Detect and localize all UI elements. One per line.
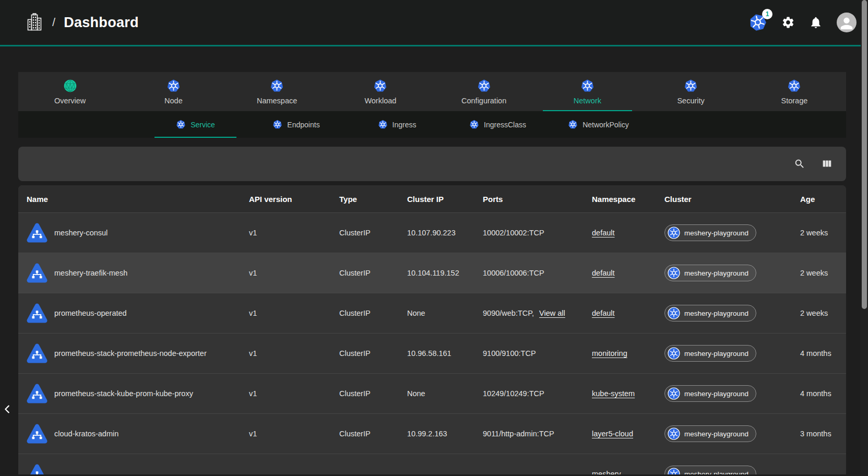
avatar[interactable] xyxy=(837,13,857,32)
network-sub-tabs: Service Endpoints Ingress IngressClass N… xyxy=(18,111,846,138)
namespace-link[interactable]: default xyxy=(592,229,615,237)
namespace-link[interactable]: default xyxy=(592,309,615,317)
age: 4 months xyxy=(800,349,846,358)
breadcrumb: / Dashboard xyxy=(25,13,139,32)
table-row[interactable]: meshery-consul v1 ClusterIP 10.107.90.22… xyxy=(18,212,846,253)
page-title: Dashboard xyxy=(64,15,139,31)
tab-configuration[interactable]: Configuration xyxy=(432,72,536,111)
namespace-link[interactable]: kube-system xyxy=(592,389,635,398)
ports: 10002/10002:TCP xyxy=(483,229,544,237)
notifications-button[interactable] xyxy=(809,16,823,29)
kubernetes-cluster-button[interactable]: 1 xyxy=(748,13,767,32)
table-row[interactable]: meshery meshery-playground xyxy=(18,454,846,474)
tab-network[interactable]: Network xyxy=(536,72,639,111)
age: 2 weeks xyxy=(800,229,846,237)
cluster-chip[interactable]: meshery-playground xyxy=(664,224,756,241)
kubernetes-icon xyxy=(378,120,388,129)
ports: 10249/10249:TCP xyxy=(483,389,544,398)
col-header-type: Type xyxy=(339,195,407,204)
ports: 9011/http-admin:TCP xyxy=(483,430,554,438)
service-icon xyxy=(27,343,47,364)
search-button[interactable] xyxy=(794,158,805,170)
tab-node[interactable]: Node xyxy=(122,72,225,111)
cluster-chip[interactable]: meshery-playground xyxy=(664,345,756,362)
col-header-age: Age xyxy=(800,195,846,204)
cluster-ip: 10.99.2.163 xyxy=(407,430,483,438)
cluster-chip[interactable]: meshery-playground xyxy=(664,425,756,442)
service-icon xyxy=(27,263,47,283)
table-row[interactable]: meshery-traefik-mesh v1 ClusterIP 10.104… xyxy=(18,253,846,293)
kubernetes-icon xyxy=(167,79,181,93)
ports: 10006/10006:TCP xyxy=(483,269,544,277)
view-columns-button[interactable] xyxy=(821,158,833,170)
resource-tabs: Overview Node Namespace Workload Configu… xyxy=(18,72,846,111)
service-name: cloud-kratos-admin xyxy=(54,430,118,438)
tab-overview[interactable]: Overview xyxy=(18,72,122,111)
view-all-link[interactable]: View all xyxy=(539,309,565,317)
col-header-api-version: API version xyxy=(249,195,339,204)
cluster-chip[interactable]: meshery-playground xyxy=(664,305,756,322)
namespace-link[interactable]: layer5-cloud xyxy=(592,430,633,438)
age: 2 weeks xyxy=(800,269,846,277)
subtab-networkpolicy[interactable]: NetworkPolicy xyxy=(548,111,649,138)
kubernetes-icon xyxy=(373,79,387,93)
tab-workload[interactable]: Workload xyxy=(329,72,432,111)
api-version: v1 xyxy=(249,349,339,358)
service-icon xyxy=(27,383,47,404)
tab-namespace[interactable]: Namespace xyxy=(225,72,329,111)
table-row[interactable]: prometheus-operated v1 ClusterIP None 90… xyxy=(18,293,846,333)
table-toolbar xyxy=(18,147,846,181)
subtab-endpoints[interactable]: Endpoints xyxy=(246,111,347,138)
service-type: ClusterIP xyxy=(339,229,407,237)
kubernetes-icon xyxy=(270,79,284,93)
col-header-ports: Ports xyxy=(483,195,592,204)
cluster-chip[interactable]: meshery-playground xyxy=(664,385,756,402)
namespace-link[interactable]: default xyxy=(592,269,615,277)
age: 3 months xyxy=(800,430,846,438)
tab-storage[interactable]: Storage xyxy=(743,72,846,111)
bell-icon xyxy=(809,16,823,29)
settings-button[interactable] xyxy=(781,16,795,29)
service-icon xyxy=(27,463,47,474)
col-header-name: Name xyxy=(27,195,249,204)
namespace-link[interactable]: meshery xyxy=(592,470,621,474)
api-version: v1 xyxy=(249,309,339,317)
building-icon[interactable] xyxy=(25,13,44,32)
service-type: ClusterIP xyxy=(339,309,407,317)
scrollbar-thumb[interactable] xyxy=(862,0,867,309)
table-row[interactable]: cloud-kratos-admin v1 ClusterIP 10.99.2.… xyxy=(18,413,846,454)
sidebar-collapse-button[interactable] xyxy=(0,400,17,419)
app-header: / Dashboard 1 xyxy=(0,0,868,46)
tab-security[interactable]: Security xyxy=(639,72,743,111)
service-type: ClusterIP xyxy=(339,389,407,398)
chevron-left-icon xyxy=(2,404,13,414)
kubernetes-icon xyxy=(568,120,578,129)
cluster-chip[interactable]: meshery-playground xyxy=(664,265,756,281)
cluster-chip[interactable]: meshery-playground xyxy=(664,466,756,474)
kubernetes-icon xyxy=(668,468,680,474)
kubernetes-icon xyxy=(684,79,698,93)
api-version: v1 xyxy=(249,430,339,438)
table-row[interactable]: prometheus-stack-prometheus-node-exporte… xyxy=(18,333,846,373)
table-header-row: Name API version Type Cluster IP Ports N… xyxy=(18,185,846,212)
cluster-ip: None xyxy=(407,309,483,317)
dashboard-content: Overview Node Namespace Workload Configu… xyxy=(0,72,868,474)
table-row[interactable]: prometheus-stack-kube-prom-kube-proxy v1… xyxy=(18,373,846,413)
kubernetes-icon xyxy=(668,387,680,400)
ports: 9090/web:TCP, xyxy=(483,309,534,317)
cluster-ip: 10.107.90.223 xyxy=(407,229,483,237)
kubernetes-icon xyxy=(580,79,594,93)
breadcrumb-separator: / xyxy=(52,16,55,29)
search-icon xyxy=(794,158,805,170)
subtab-service[interactable]: Service xyxy=(145,111,246,138)
service-icon xyxy=(27,303,47,324)
service-name: meshery-traefik-mesh xyxy=(54,269,127,277)
service-name: meshery-consul xyxy=(54,229,108,237)
subtab-ingressclass[interactable]: IngressClass xyxy=(447,111,548,138)
service-icon xyxy=(27,222,47,243)
subtab-ingress[interactable]: Ingress xyxy=(347,111,447,138)
col-header-cluster: Cluster xyxy=(664,195,800,204)
kubernetes-icon xyxy=(272,120,282,129)
namespace-link[interactable]: monitoring xyxy=(592,349,627,358)
page-scrollbar xyxy=(861,0,868,476)
